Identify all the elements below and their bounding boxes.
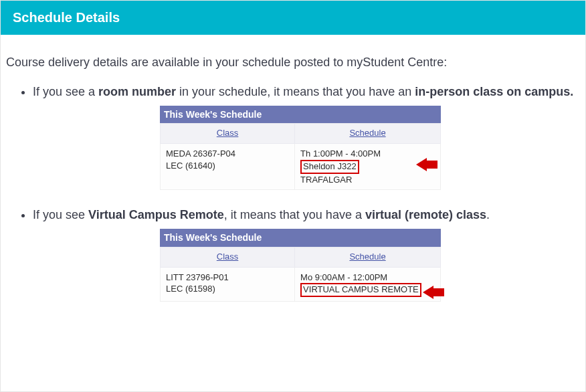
bullet2-b2: virtual (remote) class (365, 208, 486, 221)
bullet1-b2: in-person class on campus. (415, 85, 573, 98)
bullet-text: If you see Virtual Campus Remote, it mea… (33, 206, 580, 223)
explanation-list: If you see a room number in your schedul… (6, 83, 580, 302)
col-header-class-label: Class (217, 128, 239, 138)
highlight-room: Sheldon J322 (300, 160, 359, 174)
bullet2-pre: If you see (33, 208, 88, 221)
widget-title: This Week's Schedule (160, 229, 441, 246)
schedule-cell: Th 1:00PM - 4:00PM Sheldon J322 TRAFALGA… (295, 144, 441, 190)
list-item: If you see a room number in your schedul… (33, 83, 580, 190)
bullet2-post: . (486, 208, 490, 221)
schedule-campus: TRAFALGAR (300, 175, 352, 185)
bullet1-b1: room number (98, 85, 176, 98)
widget-title: This Week's Schedule (160, 106, 441, 123)
table-row: LITT 23796-P01 LEC (61598) Mo 9:00AM - 1… (161, 267, 441, 301)
red-arrow-icon (416, 159, 437, 171)
list-item: If you see Virtual Campus Remote, it mea… (33, 206, 580, 302)
bullet1-pre: If you see a (33, 85, 98, 98)
bullet2-mid: , it means that you have a (224, 208, 365, 221)
course-code: MEDA 26367-P04 (166, 149, 235, 159)
red-arrow-icon (423, 286, 444, 298)
schedule-widget: This Week's Schedule Class Schedule MEDA… (160, 106, 441, 190)
col-header-schedule[interactable]: Schedule (295, 124, 441, 144)
arrow-annotation (416, 157, 437, 172)
table-header-row: Class Schedule (161, 247, 441, 267)
content-area: Course delivery details are available in… (1, 35, 585, 331)
highlight-virtual: VIRTUAL CAMPUS REMOTE (300, 283, 421, 297)
course-section: LEC (61640) (166, 161, 215, 171)
col-header-schedule-label: Schedule (349, 252, 385, 262)
bullet2-b1: Virtual Campus Remote (88, 208, 224, 221)
page-container: Schedule Details Course delivery details… (0, 0, 586, 392)
page-title-banner: Schedule Details (1, 1, 585, 35)
schedule-table: Class Schedule MEDA 26367-P04 LEC (61640… (160, 123, 441, 190)
schedule-time: Mo 9:00AM - 12:00PM (300, 272, 387, 282)
schedule-cell: Mo 9:00AM - 12:00PM VIRTUAL CAMPUS REMOT… (295, 267, 441, 301)
col-header-class[interactable]: Class (161, 247, 295, 267)
col-header-class-label: Class (217, 252, 239, 262)
schedule-widget: This Week's Schedule Class Schedule LITT… (160, 229, 441, 302)
table-row: MEDA 26367-P04 LEC (61640) Th 1:00PM - 4… (161, 144, 441, 190)
bullet1-mid: in your schedule, it means that you have… (176, 85, 415, 98)
course-section: LEC (61598) (166, 284, 215, 294)
schedule-time: Th 1:00PM - 4:00PM (300, 149, 381, 159)
intro-text: Course delivery details are available in… (6, 54, 580, 71)
schedule-table: Class Schedule LITT 23796-P01 LEC (61598… (160, 247, 441, 302)
course-cell: MEDA 26367-P04 LEC (61640) (161, 144, 295, 190)
table-header-row: Class Schedule (161, 124, 441, 144)
col-header-schedule-label: Schedule (349, 128, 385, 138)
bullet-text: If you see a room number in your schedul… (33, 83, 580, 100)
col-header-class[interactable]: Class (161, 124, 295, 144)
arrow-annotation (423, 285, 444, 300)
course-cell: LITT 23796-P01 LEC (61598) (161, 267, 295, 301)
page-title: Schedule Details (13, 10, 120, 25)
col-header-schedule[interactable]: Schedule (295, 247, 441, 267)
course-code: LITT 23796-P01 (166, 272, 229, 282)
